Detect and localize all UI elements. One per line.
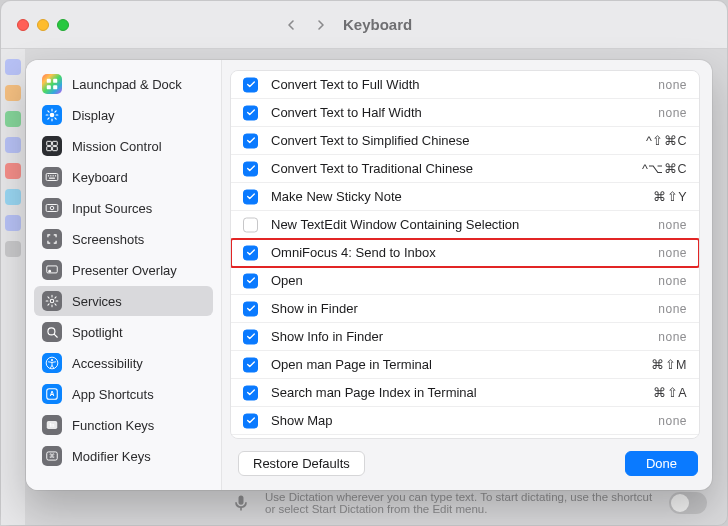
sidebar-item-label: Spotlight xyxy=(72,325,123,340)
service-row[interactable]: Convert Text to Traditional Chinese^⌥⌘C xyxy=(231,155,699,183)
sidebar-item-launchpad-dock[interactable]: Launchpad & Dock xyxy=(34,69,213,99)
dictation-toggle[interactable] xyxy=(669,492,707,514)
minimize-window-button[interactable] xyxy=(37,19,49,31)
sidebar-item-app-shortcuts[interactable]: AApp Shortcuts xyxy=(34,379,213,409)
service-label: Show Info in Finder xyxy=(271,329,658,345)
sheet-footer: Restore Defaults Done xyxy=(222,439,712,490)
sidebar-item-label: Input Sources xyxy=(72,201,152,216)
service-row[interactable]: Make New Sticky Note⌘⇧Y xyxy=(231,183,699,211)
service-shortcut[interactable]: ⌘⇧M xyxy=(651,357,687,372)
service-label: Show in Finder xyxy=(271,301,658,317)
sidebar-item-presenter-overlay[interactable]: Presenter Overlay xyxy=(34,255,213,285)
sidebar-item-label: App Shortcuts xyxy=(72,387,154,402)
service-shortcut[interactable]: none xyxy=(658,106,687,120)
service-shortcut[interactable]: ^⇧⌘C xyxy=(646,133,687,148)
service-row[interactable]: Convert Text to Full Widthnone xyxy=(231,71,699,99)
service-row[interactable]: New TextEdit Window Containing Selection… xyxy=(231,211,699,239)
service-row[interactable]: Search man Page Index in Terminal⌘⇧A xyxy=(231,379,699,407)
sidebar-item-label: Function Keys xyxy=(72,418,154,433)
svg-rect-6 xyxy=(53,141,58,145)
zoom-window-button[interactable] xyxy=(57,19,69,31)
service-label: New TextEdit Window Containing Selection xyxy=(271,217,658,233)
function-keys-icon: fn xyxy=(42,415,62,435)
service-shortcut[interactable]: none xyxy=(658,78,687,92)
service-checkbox[interactable] xyxy=(243,301,258,316)
svg-rect-0 xyxy=(47,79,51,83)
service-checkbox[interactable] xyxy=(243,77,258,92)
restore-defaults-button[interactable]: Restore Defaults xyxy=(238,451,365,476)
display-icon xyxy=(42,105,62,125)
service-label: Show Map xyxy=(271,413,658,429)
service-checkbox[interactable] xyxy=(243,413,258,428)
service-row[interactable]: Show Info in Findernone xyxy=(231,323,699,351)
service-shortcut[interactable]: none xyxy=(658,218,687,232)
services-icon xyxy=(42,291,62,311)
sidebar-item-mission-control[interactable]: Mission Control xyxy=(34,131,213,161)
service-label: Convert Text to Full Width xyxy=(271,77,658,93)
close-window-button[interactable] xyxy=(17,19,29,31)
service-checkbox[interactable] xyxy=(243,161,258,176)
sidebar-item-modifier-keys[interactable]: ⌘Modifier Keys xyxy=(34,441,213,471)
svg-rect-14 xyxy=(49,178,55,179)
service-shortcut[interactable]: none xyxy=(658,330,687,344)
nav-forward-button[interactable] xyxy=(309,13,333,37)
service-label: Open man Page in Terminal xyxy=(271,357,651,373)
service-checkbox[interactable] xyxy=(243,105,258,120)
service-row[interactable]: Show Mapnone xyxy=(231,407,699,435)
svg-rect-1 xyxy=(53,79,57,83)
service-label: Convert Text to Simplified Chinese xyxy=(271,133,646,149)
service-checkbox[interactable] xyxy=(243,189,258,204)
services-list[interactable]: Convert Text to Full WidthnoneConvert Te… xyxy=(230,70,700,439)
service-shortcut[interactable]: none xyxy=(658,274,687,288)
service-checkbox[interactable] xyxy=(243,217,258,232)
service-label: Convert Text to Traditional Chinese xyxy=(271,161,642,177)
sidebar-item-keyboard[interactable]: Keyboard xyxy=(34,162,213,192)
sidebar-item-label: Launchpad & Dock xyxy=(72,77,182,92)
window-titlebar: Keyboard xyxy=(1,1,727,49)
sidebar-item-spotlight[interactable]: Spotlight xyxy=(34,317,213,347)
svg-line-21 xyxy=(54,334,57,337)
service-row[interactable]: Open man Page in Terminal⌘⇧M xyxy=(231,351,699,379)
window-title: Keyboard xyxy=(343,16,412,33)
service-checkbox[interactable] xyxy=(243,357,258,372)
svg-rect-17 xyxy=(47,266,58,273)
done-button[interactable]: Done xyxy=(625,451,698,476)
sidebar-item-label: Services xyxy=(72,294,122,309)
svg-point-16 xyxy=(50,206,54,210)
sidebar-item-label: Keyboard xyxy=(72,170,128,185)
service-label: Make New Sticky Note xyxy=(271,189,653,205)
service-label: Search man Page Index in Terminal xyxy=(271,385,653,401)
sidebar-item-services[interactable]: Services xyxy=(34,286,213,316)
sidebar-item-label: Presenter Overlay xyxy=(72,263,177,278)
service-checkbox[interactable] xyxy=(243,273,258,288)
categories-sidebar: Launchpad & DockDisplayMission ControlKe… xyxy=(26,60,222,490)
service-shortcut[interactable]: ⌘⇧A xyxy=(653,385,687,400)
service-shortcut[interactable]: ⌘⇧Y xyxy=(653,189,687,204)
service-shortcut[interactable]: ^⌥⌘C xyxy=(642,161,687,176)
service-row[interactable]: OmniFocus 4: Send to Inboxnone xyxy=(231,239,699,267)
sidebar-item-screenshots[interactable]: Screenshots xyxy=(34,224,213,254)
nav-back-button[interactable] xyxy=(279,13,303,37)
service-row[interactable]: Convert Text to Half Widthnone xyxy=(231,99,699,127)
svg-point-18 xyxy=(48,270,51,273)
sidebar-item-input-sources[interactable]: Input Sources xyxy=(34,193,213,223)
mission-control-icon xyxy=(42,136,62,156)
service-checkbox[interactable] xyxy=(243,133,258,148)
service-shortcut[interactable]: none xyxy=(658,302,687,316)
service-checkbox[interactable] xyxy=(243,245,258,260)
svg-rect-8 xyxy=(53,147,58,151)
sidebar-item-function-keys[interactable]: fnFunction Keys xyxy=(34,410,213,440)
service-row[interactable]: Show in Findernone xyxy=(231,295,699,323)
service-checkbox[interactable] xyxy=(243,329,258,344)
service-row[interactable]: Opennone xyxy=(231,267,699,295)
service-label: Convert Text to Half Width xyxy=(271,105,658,121)
sidebar-item-label: Modifier Keys xyxy=(72,449,151,464)
service-checkbox[interactable] xyxy=(243,385,258,400)
sidebar-item-display[interactable]: Display xyxy=(34,100,213,130)
service-row[interactable]: Convert Text to Simplified Chinese^⇧⌘C xyxy=(231,127,699,155)
service-shortcut[interactable]: none xyxy=(658,414,687,428)
service-shortcut[interactable]: none xyxy=(658,246,687,260)
app-shortcuts-icon: A xyxy=(42,384,62,404)
sidebar-item-accessibility[interactable]: Accessibility xyxy=(34,348,213,378)
dictation-hint-row: Use Dictation wherever you can type text… xyxy=(231,491,707,515)
